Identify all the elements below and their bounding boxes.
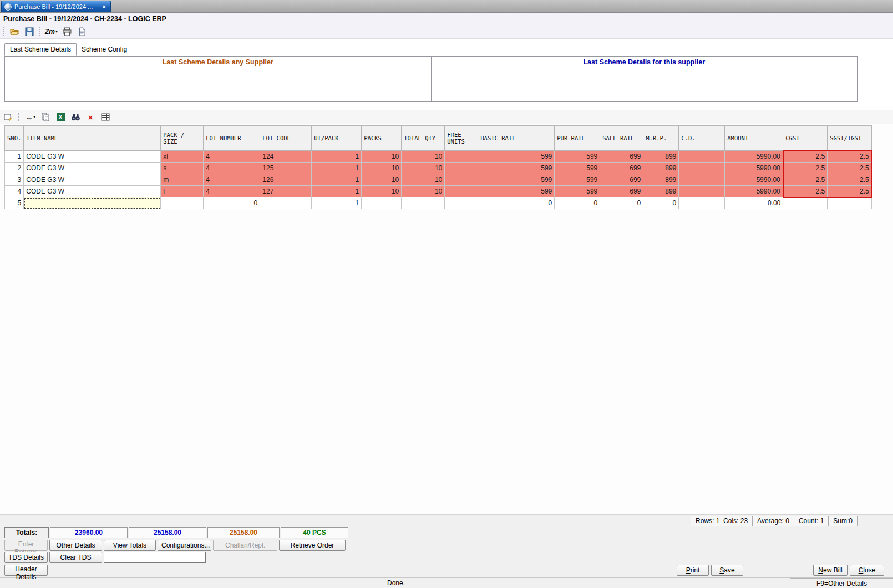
grid-cell[interactable]: CODE G3 W — [24, 186, 161, 197]
grid-column-header[interactable]: PACK / SIZE — [161, 126, 204, 151]
grid-cell[interactable]: 599 — [478, 163, 555, 174]
new-bill-button[interactable]: New Bill — [813, 565, 848, 576]
header-details-button[interactable]: Header Details — [4, 565, 48, 576]
column-width-icon[interactable]: ↔ ▾ — [26, 112, 35, 122]
grid-cell[interactable]: 599 — [478, 174, 555, 186]
grid-cell[interactable]: 3 — [5, 174, 24, 186]
grid-column-header[interactable]: M.R.P. — [643, 126, 679, 151]
grid-cell[interactable]: 2 — [5, 163, 24, 174]
grid-cell[interactable] — [260, 197, 312, 209]
grid-cell[interactable] — [362, 197, 402, 209]
grid-cell[interactable]: 2.5 — [783, 174, 828, 186]
grid-cell[interactable]: 0 — [643, 197, 679, 209]
grid-cell[interactable]: 899 — [643, 163, 679, 174]
grid-cell[interactable] — [679, 163, 725, 174]
grid-cell[interactable]: 599 — [478, 186, 555, 197]
grid-cell[interactable]: 1 — [312, 174, 362, 186]
grid-cell[interactable] — [679, 174, 725, 186]
grid-cell[interactable]: 2.5 — [783, 186, 828, 197]
grid-cell[interactable]: m — [161, 174, 204, 186]
grid-cell[interactable]: 699 — [600, 174, 643, 186]
grid-cell[interactable]: 1 — [5, 151, 24, 163]
grid-cell[interactable] — [445, 174, 478, 186]
grid-column-header[interactable]: PUR RATE — [555, 126, 600, 151]
grid-cell[interactable] — [679, 197, 725, 209]
grid-cell[interactable]: 127 — [260, 186, 312, 197]
grid-cell[interactable]: 4 — [204, 163, 260, 174]
grid-cell[interactable]: 10 — [362, 174, 402, 186]
grid-column-header[interactable]: SGST/IGST — [828, 126, 872, 151]
save-icon[interactable] — [24, 26, 35, 37]
grid-cell[interactable]: 5990.00 — [725, 151, 783, 163]
grid-column-header[interactable]: UT/PACK — [312, 126, 362, 151]
grid-cell[interactable]: 0 — [478, 197, 555, 209]
grid-cell[interactable]: 2.5 — [828, 151, 872, 163]
grid-cell[interactable] — [679, 186, 725, 197]
grid-cell[interactable] — [445, 197, 478, 209]
grid-cell[interactable] — [783, 197, 828, 209]
grid-settings-icon[interactable] — [3, 112, 13, 122]
grid-column-header[interactable]: AMOUNT — [725, 126, 783, 151]
grid-cell[interactable]: 899 — [643, 151, 679, 163]
grid-cell[interactable]: 0 — [204, 197, 260, 209]
grid-cell[interactable]: 599 — [555, 151, 600, 163]
retrieve-order-button[interactable]: Retrieve Order — [279, 540, 346, 551]
open-icon[interactable] — [9, 26, 20, 37]
grid-cell[interactable]: 1 — [312, 186, 362, 197]
grid-cell[interactable]: 2.5 — [783, 151, 828, 163]
clear-tds-button[interactable]: Clear TDS — [49, 552, 102, 563]
grid-cell[interactable]: 5990.00 — [725, 174, 783, 186]
grid-column-header[interactable]: SALE RATE — [600, 126, 643, 151]
grid-cell[interactable]: 5 — [5, 197, 24, 209]
grid-cell[interactable]: xl — [161, 151, 204, 163]
grid-cell[interactable]: 1 — [312, 197, 362, 209]
grid-cell[interactable]: CODE G3 W — [24, 163, 161, 174]
grid-cell[interactable]: 2.5 — [828, 163, 872, 174]
other-details-button[interactable]: Other Details — [49, 540, 102, 551]
grid-cell[interactable]: 599 — [478, 151, 555, 163]
grid-cell[interactable]: 699 — [600, 186, 643, 197]
tab-close-icon[interactable]: × — [101, 3, 108, 10]
grid-cell[interactable]: 124 — [260, 151, 312, 163]
grid-column-header[interactable]: SNO. — [5, 126, 24, 151]
grid-column-header[interactable]: ITEM NAME — [24, 126, 161, 151]
grid-column-header[interactable]: TOTAL QTY — [402, 126, 445, 151]
grid-cell[interactable]: 599 — [555, 174, 600, 186]
grid-cell[interactable]: 2.5 — [828, 174, 872, 186]
grid-cell[interactable]: 10 — [402, 186, 445, 197]
grid-cell[interactable]: 1 — [312, 163, 362, 174]
grid-cell[interactable]: CODE G3 W — [24, 151, 161, 163]
grid-cell[interactable]: 0 — [555, 197, 600, 209]
grid-cell[interactable] — [445, 151, 478, 163]
window-tab[interactable]: Purchase Bill - 19/12/2024 ... × — [1, 1, 111, 12]
grid-cell[interactable]: 126 — [260, 174, 312, 186]
view-totals-button[interactable]: View Totals — [104, 540, 156, 551]
delete-row-icon[interactable]: × — [85, 112, 95, 122]
grid-cell[interactable]: 10 — [402, 174, 445, 186]
configurations-button[interactable]: Configurations... — [158, 540, 211, 551]
zoom-dropdown[interactable]: Zm ▾ — [45, 26, 58, 37]
grid-cell[interactable]: 10 — [362, 186, 402, 197]
grid-cell[interactable]: 4 — [204, 186, 260, 197]
grid-cell[interactable]: 5990.00 — [725, 186, 783, 197]
save-button[interactable]: Save — [711, 565, 743, 576]
tds-input[interactable] — [104, 552, 206, 563]
grid-cell[interactable]: 699 — [600, 151, 643, 163]
grid-cell[interactable]: 4 — [204, 174, 260, 186]
grid-cell[interactable]: 2.5 — [783, 163, 828, 174]
close-button[interactable]: Close — [850, 565, 884, 576]
find-icon[interactable] — [70, 112, 80, 122]
grid-cell[interactable]: 1 — [312, 151, 362, 163]
grid-column-header[interactable]: FREE UNITS — [445, 126, 478, 151]
grid-cell[interactable]: 899 — [643, 186, 679, 197]
grid-column-header[interactable]: LOT CODE — [260, 126, 312, 151]
grid-cell[interactable]: s — [161, 163, 204, 174]
grid-cell[interactable] — [445, 186, 478, 197]
grid-column-header[interactable]: CGST — [783, 126, 828, 151]
grid-cell[interactable]: 10 — [362, 163, 402, 174]
grid-cell[interactable] — [402, 197, 445, 209]
grid-column-header[interactable]: BASIC RATE — [478, 126, 555, 151]
grid-cell[interactable]: CODE G3 W — [24, 174, 161, 186]
grid-cell[interactable]: 599 — [555, 163, 600, 174]
grid-entry-item-cell[interactable] — [24, 197, 161, 209]
